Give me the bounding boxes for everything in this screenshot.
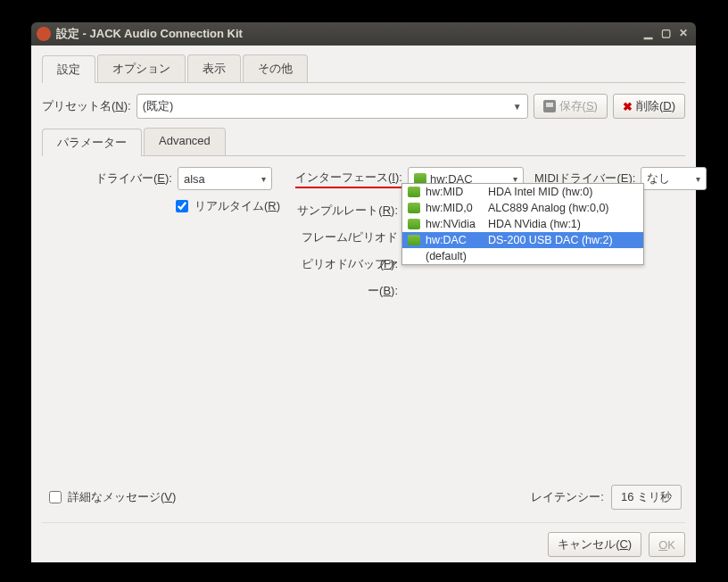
app-icon (37, 27, 51, 41)
save-icon (543, 100, 556, 112)
dialog-buttons: キャンセル(C) OK (42, 522, 685, 557)
preset-row: プリセット名(N): (既定) ▼ 保存(S) ✖ 削除(D) (42, 94, 685, 119)
param-labels: サンプルレート(R): フレーム/ピリオド(F): ピリオド/バッファー(B): (295, 197, 398, 278)
maximize-button[interactable]: ▢ (658, 27, 673, 41)
latency-label: レイテンシー: (531, 489, 604, 505)
soundcard-icon (408, 203, 420, 213)
realtime-checkbox[interactable]: リアルタイム(R) (172, 197, 280, 215)
verbose-check-input[interactable] (49, 491, 62, 503)
driver-label: ドライバー(E): (95, 170, 172, 187)
client-area: 設定 オプション 表示 その他 プリセット名(N): (既定) ▼ 保存(S) … (31, 46, 696, 562)
preset-combo[interactable]: (既定) ▼ (136, 94, 528, 119)
window-title: 設定 - JACK Audio Connection Kit (56, 26, 637, 42)
cancel-button[interactable]: キャンセル(C) (548, 532, 641, 557)
tab-parameters[interactable]: パラメーター (42, 129, 142, 156)
close-button[interactable]: ✕ (676, 27, 691, 41)
preset-label: プリセット名(N): (42, 98, 131, 114)
ok-button: OK (649, 532, 685, 557)
frames-label: フレーム/ピリオド(F): (295, 224, 398, 251)
chevron-down-icon: ▾ (513, 174, 517, 184)
chevron-down-icon: ▾ (261, 174, 266, 184)
verbose-checkbox[interactable]: 詳細なメッセージ(V) (46, 488, 176, 506)
chevron-down-icon: ▼ (513, 102, 522, 112)
parameters-pane: ドライバー(E): alsa ▾ リアルタイム(R) インターフェース(I): (42, 156, 685, 513)
tab-advanced[interactable]: Advanced (144, 128, 226, 155)
tab-options[interactable]: オプション (97, 54, 186, 82)
tab-misc[interactable]: その他 (243, 54, 308, 82)
window: 設定 - JACK Audio Connection Kit ▁ ▢ ✕ 設定 … (31, 22, 696, 562)
driver-combo[interactable]: alsa ▾ (178, 167, 272, 190)
chevron-down-icon: ▾ (696, 174, 700, 184)
realtime-check-input[interactable] (176, 200, 188, 212)
dropdown-item[interactable]: hw:NVidia HDA NVidia (hw:1) (402, 216, 643, 232)
titlebar: 設定 - JACK Audio Connection Kit ▁ ▢ ✕ (31, 22, 696, 46)
dropdown-item[interactable]: hw:MID HDA Intel MID (hw:0) (402, 184, 643, 200)
interface-label: インターフェース(I): (295, 170, 402, 188)
interface-dropdown[interactable]: hw:MID HDA Intel MID (hw:0) hw:MID,0 ALC… (401, 183, 644, 265)
soundcard-icon (408, 235, 420, 245)
dropdown-item-default[interactable]: (default) (402, 248, 643, 264)
save-button: 保存(S) (534, 94, 608, 119)
preset-value: (既定) (143, 98, 174, 114)
minimize-button[interactable]: ▁ (641, 27, 655, 41)
delete-button[interactable]: ✖ 削除(D) (613, 94, 685, 119)
latency-value: 16 ミリ秒 (611, 485, 682, 510)
dropdown-item-selected[interactable]: hw:DAC DS-200 USB DAC (hw:2) (402, 232, 643, 248)
tab-display[interactable]: 表示 (187, 54, 241, 82)
midi-combo[interactable]: なし ▾ (641, 167, 707, 190)
inner-tabs: パラメーター Advanced (42, 128, 685, 156)
soundcard-icon (408, 187, 420, 197)
samplerate-label: サンプルレート(R): (295, 197, 398, 224)
soundcard-icon (408, 219, 420, 229)
tab-settings[interactable]: 設定 (42, 55, 95, 83)
delete-icon: ✖ (623, 100, 633, 113)
periods-label: ピリオド/バッファー(B): (295, 251, 398, 278)
main-tabs: 設定 オプション 表示 その他 (42, 54, 685, 83)
dropdown-item[interactable]: hw:MID,0 ALC889 Analog (hw:0,0) (402, 200, 643, 216)
